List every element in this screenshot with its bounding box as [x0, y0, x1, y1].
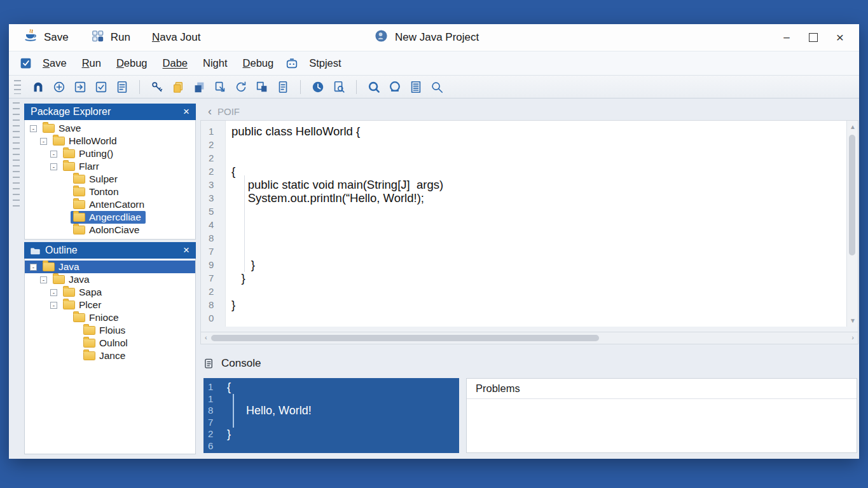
code-line[interactable]: 3 public static void main(String[J] args… [201, 178, 846, 191]
menu-item-night[interactable]: Night [195, 55, 235, 71]
tree-item-label: Floius [99, 325, 125, 336]
zoom-icon[interactable] [366, 79, 382, 95]
import-icon[interactable] [72, 79, 88, 95]
package-explorer-item[interactable]: Angercdliae [25, 211, 195, 224]
panel-grip[interactable] [13, 102, 20, 208]
document-icon[interactable] [275, 79, 291, 95]
outline-item[interactable]: - Java [25, 261, 195, 273]
chevron-left-icon[interactable]: ‹ [208, 107, 212, 116]
tree-expander-icon[interactable]: - [40, 138, 47, 145]
folder-icon [53, 275, 65, 284]
package-explorer-item[interactable]: Sulper [25, 173, 195, 186]
menu-item-debug-2[interactable]: Debug [235, 55, 282, 71]
problems-title[interactable]: Problems [467, 379, 857, 399]
tree-expander-icon[interactable]: - [30, 125, 37, 132]
scroll-up-icon[interactable]: ▲ [850, 123, 856, 130]
key-icon[interactable] [149, 79, 165, 95]
outline-item[interactable]: - Plcer [25, 299, 195, 311]
maximize-button[interactable] [808, 32, 818, 43]
folder-icon [73, 200, 85, 209]
outline-item[interactable]: Jance [25, 349, 195, 362]
outline-item[interactable]: Oulnol [25, 337, 195, 349]
package-explorer-item[interactable]: - Save [25, 122, 195, 135]
clock-icon[interactable] [310, 79, 326, 95]
refresh-icon[interactable] [233, 79, 249, 95]
console-line: 1 { [203, 381, 459, 393]
checkbox-icon[interactable] [19, 57, 32, 70]
menu-item-dabe[interactable]: Dabe [155, 55, 195, 71]
code-line[interactable]: 5 [201, 205, 846, 218]
outline-close-icon[interactable]: × [183, 244, 189, 257]
code-line[interactable]: 8 [201, 231, 846, 245]
package-explorer-item[interactable]: Tonton [25, 186, 195, 198]
duplicate-icon[interactable] [254, 79, 270, 95]
code-line[interactable]: 2 [201, 138, 846, 151]
outline-item[interactable]: Fnioce [25, 311, 195, 324]
scroll-left-icon[interactable]: ‹ [205, 334, 207, 341]
paste-icon[interactable] [212, 79, 228, 95]
package-explorer-item[interactable]: AntenCatorn [25, 198, 195, 211]
outline-item[interactable]: Floius [25, 324, 195, 337]
package-explorer-close-icon[interactable]: × [183, 105, 189, 118]
code-line[interactable]: 2 [201, 151, 846, 165]
document-search-icon[interactable] [331, 79, 347, 95]
tree-expander-icon[interactable]: - [30, 264, 37, 271]
console-line-number: 7 [203, 417, 221, 429]
tree-expander-icon[interactable]: - [50, 289, 57, 296]
tree-item-inner: AntenCatorn [71, 198, 149, 211]
tree-expander-icon[interactable]: - [40, 276, 47, 283]
console-output[interactable]: 1 { 1 8 Hello, World! 7 2 } 6 [203, 378, 459, 453]
code-line[interactable]: 0 [201, 311, 846, 325]
arch-icon[interactable] [31, 79, 46, 95]
code-line[interactable]: 1 public class HelloWorld { [201, 125, 846, 138]
outline-item[interactable]: - Sapa [25, 286, 195, 299]
code-line[interactable]: 2 { [201, 165, 846, 178]
list-document-icon[interactable] [408, 79, 424, 95]
copy-folder-icon[interactable] [170, 79, 186, 95]
copy-pages-icon[interactable] [191, 79, 207, 95]
editor-horizontal-scrollbar[interactable]: ‹ › [200, 332, 858, 344]
code-line[interactable]: 7 } [201, 271, 846, 285]
scroll-right-icon[interactable]: › [851, 334, 854, 341]
menu-item-run[interactable]: Run [74, 55, 109, 71]
menu-item-stpjest[interactable]: Stpjest [301, 55, 348, 71]
save-file-icon[interactable] [114, 79, 130, 95]
package-explorer-item[interactable]: - Flarr [25, 160, 195, 173]
titlebar-navajout-group[interactable]: Nava Jout [152, 31, 201, 44]
tree-expander-icon[interactable]: - [50, 151, 57, 158]
editor-vertical-scrollbar[interactable]: ▲ ▼ [846, 121, 858, 327]
tree-indent [30, 166, 50, 167]
code-line[interactable]: 7 [201, 245, 846, 258]
tree-expander-icon[interactable]: - [50, 163, 57, 170]
scrollbar-thumb[interactable] [849, 135, 855, 255]
editor-breadcrumb[interactable]: ‹ POIF [200, 102, 858, 120]
target-icon[interactable] [52, 79, 67, 95]
close-button[interactable]: × [835, 32, 845, 43]
code-line[interactable]: 2 [201, 285, 846, 298]
code-line[interactable]: 4 [201, 218, 846, 231]
code-line[interactable]: 3 System.out.println(“Hello, World!); [201, 191, 846, 205]
scrollbar-thumb[interactable] [211, 335, 599, 341]
minimize-button[interactable]: – [782, 32, 792, 43]
editor-body[interactable]: 1 public class HelloWorld { 2 2 2 { [200, 120, 858, 332]
balloon-icon[interactable] [387, 79, 403, 95]
package-explorer-item[interactable]: - Puting() [25, 147, 195, 160]
console-line: 7 [203, 417, 459, 429]
outline-item[interactable]: - Java [25, 273, 195, 286]
search-icon[interactable] [429, 79, 444, 95]
menu-item-debug[interactable]: Debug [109, 55, 155, 71]
titlebar-save-group[interactable]: Save [23, 29, 69, 47]
code-line[interactable]: 9 } [201, 258, 846, 271]
check-document-icon[interactable] [93, 79, 109, 95]
code-line[interactable]: 8 } [201, 298, 846, 311]
package-explorer-item[interactable]: AolonCiave [25, 224, 195, 236]
scroll-down-icon[interactable]: ▼ [850, 317, 856, 324]
package-explorer-item[interactable]: - HelloWorld [25, 135, 195, 147]
line-number: 8 [201, 231, 225, 245]
folder-icon [73, 213, 85, 222]
titlebar-run-group[interactable]: Run [90, 29, 130, 46]
menu-item-save[interactable]: Save [35, 55, 74, 71]
stpjest-icon[interactable] [285, 57, 299, 71]
toolbar-grip[interactable] [14, 80, 21, 94]
tree-expander-icon[interactable]: - [50, 302, 57, 309]
